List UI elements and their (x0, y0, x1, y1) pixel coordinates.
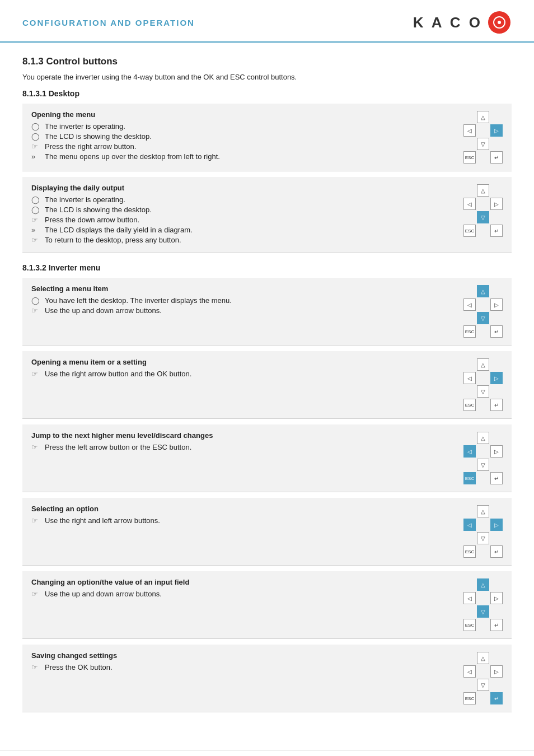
logo-kaco: K A C O (413, 14, 483, 31)
ctrl-btn-up[interactable]: △ (477, 652, 489, 664)
ctrl-btn-right[interactable]: ▷ (490, 592, 503, 604)
kaco-logo-icon (487, 10, 512, 35)
ctrl-btn-up[interactable]: △ (477, 111, 489, 123)
subsection-8132-number: 8.1.3.2 (22, 263, 46, 272)
info-block-changing-option: Changing an option/the value of an input… (22, 571, 512, 639)
power-icon: ◯ (31, 122, 44, 130)
info-block-daily-output-content: Displaying the daily output ◯The inverte… (31, 184, 463, 246)
ctrl-btn-ok[interactable]: ↵ (490, 325, 503, 338)
ctrl-btn-ok[interactable]: ↵ (490, 545, 503, 558)
ctrl-btn-esc[interactable]: ESC (463, 225, 476, 237)
ctrl-spacer (490, 111, 503, 123)
ctrl-btn-left[interactable]: ◁ (463, 665, 476, 678)
info-block-selecting-menu-content: Selecting a menu item ◯You have left the… (31, 284, 463, 316)
ctrl-btn-down[interactable]: ▽ (477, 211, 489, 223)
ctrl-btn-down[interactable]: ▽ (477, 312, 489, 324)
list-item: ◯You have left the desktop. The inverter… (31, 296, 452, 305)
ctrl-btn-up[interactable]: △ (477, 285, 489, 297)
info-block-saving-settings: Saving changed settings ☞Press the OK bu… (22, 645, 512, 712)
ctrl-btn-down[interactable]: ▽ (477, 138, 489, 150)
section-813-desc: You operate the inverter using the 4-way… (22, 73, 512, 81)
info-block-jump-higher: Jump to the next higher menu level/disca… (22, 424, 512, 492)
action-icon: ☞ (31, 142, 44, 151)
info-block-opening-setting-list: ☞Use the right arrow button and the OK b… (31, 370, 452, 378)
ctrl-spacer (463, 111, 476, 123)
ctrl-btn-down[interactable]: ▽ (477, 679, 489, 691)
ctrl-btn-esc[interactable]: ESC (463, 399, 476, 411)
ctrl-spacer (490, 211, 503, 223)
ctrl-btn-ok[interactable]: ↵ (490, 619, 503, 631)
ctrl-pad-changing-option: △ ◁▷ ▽ ESC↵ (463, 578, 503, 632)
ctrl-pad-opening-menu: △ ◁ ▷ ▽ ESC ↵ (463, 110, 503, 164)
ctrl-btn-down[interactable]: ▽ (477, 385, 489, 398)
action-icon: ☞ (31, 216, 44, 224)
ctrl-btn-right[interactable]: ▷ (490, 124, 503, 137)
info-block-jump-higher-title: Jump to the next higher menu level/disca… (31, 431, 452, 440)
info-block-selecting-option-content: Selecting an option ☞Use the right and l… (31, 505, 463, 526)
power-icon: ◯ (31, 296, 44, 305)
ctrl-row-lr: ◁ ▷ (463, 124, 503, 137)
ctrl-btn-right[interactable]: ▷ (490, 519, 503, 531)
ctrl-pad-jump-higher: △ ◁▷ ▽ ESC↵ (463, 431, 503, 485)
ctrl-btn-esc[interactable]: ESC (463, 619, 476, 631)
ctrl-btn-down[interactable]: ▽ (477, 605, 489, 618)
ctrl-btn-right[interactable]: ▷ (490, 445, 503, 458)
list-item: ☞Use the up and down arrow buttons. (31, 590, 452, 598)
ctrl-pad-daily-output: △ ◁ ▷ ▽ ESC ↵ (463, 184, 503, 237)
ctrl-btn-left[interactable]: ◁ (463, 519, 476, 531)
result-icon: » (31, 226, 44, 234)
ctrl-btn-left[interactable]: ◁ (463, 372, 476, 384)
ctrl-spacer (477, 124, 489, 137)
ctrl-btn-ok[interactable]: ↵ (490, 692, 503, 704)
ctrl-btn-ok[interactable]: ↵ (490, 151, 503, 164)
ctrl-btn-down[interactable]: ▽ (477, 532, 489, 544)
subsection-8131-label: Desktop (49, 89, 79, 98)
info-block-selecting-menu-list: ◯You have left the desktop. The inverter… (31, 296, 452, 315)
ctrl-row-up: △ (463, 110, 503, 124)
info-block-saving-settings-list: ☞Press the OK button. (31, 663, 452, 671)
ctrl-btn-left[interactable]: ◁ (463, 592, 476, 604)
ctrl-btn-up[interactable]: △ (477, 432, 489, 444)
main-content: 8.1.3 Control buttons You operate the in… (0, 43, 534, 756)
ctrl-row-esc-ok: ESC ↵ (463, 224, 503, 237)
info-block-changing-option-list: ☞Use the up and down arrow buttons. (31, 590, 452, 598)
ctrl-btn-ok[interactable]: ↵ (490, 225, 503, 237)
info-block-opening-menu-list: ◯The inverter is operating. ◯The LCD is … (31, 122, 452, 161)
ctrl-btn-right[interactable]: ▷ (490, 372, 503, 384)
ctrl-btn-left[interactable]: ◁ (463, 298, 476, 311)
ctrl-btn-down[interactable]: ▽ (477, 459, 489, 471)
ctrl-spacer (463, 211, 476, 223)
ctrl-btn-up[interactable]: △ (477, 505, 489, 517)
ctrl-btn-esc[interactable]: ESC (463, 472, 476, 484)
ctrl-btn-ok[interactable]: ↵ (490, 472, 503, 484)
action-icon: ☞ (31, 590, 44, 598)
subsection-8132-title: 8.1.3.2 Inverter menu (22, 263, 512, 272)
result-icon: » (31, 152, 44, 161)
ctrl-btn-esc[interactable]: ESC (463, 325, 476, 338)
ctrl-pad-opening-setting: △ ◁▷ ▽ ESC↵ (463, 358, 503, 412)
ctrl-btn-left[interactable]: ◁ (463, 445, 476, 458)
ctrl-btn-esc[interactable]: ESC (463, 692, 476, 704)
ctrl-btn-left[interactable]: ◁ (463, 198, 476, 210)
ctrl-btn-up[interactable]: △ (477, 184, 489, 197)
ctrl-btn-right[interactable]: ▷ (490, 198, 503, 210)
list-item: ☞To return to the desktop, press any but… (31, 236, 452, 244)
info-block-jump-higher-list: ☞Press the left arrow button or the ESC … (31, 443, 452, 451)
info-block-saving-settings-content: Saving changed settings ☞Press the OK bu… (31, 651, 463, 673)
svg-point-2 (498, 21, 501, 24)
info-block-daily-output: Displaying the daily output ◯The inverte… (22, 177, 512, 253)
ctrl-btn-left[interactable]: ◁ (463, 124, 476, 137)
ctrl-btn-up[interactable]: △ (477, 578, 489, 591)
ctrl-btn-right[interactable]: ▷ (490, 665, 503, 678)
ctrl-btn-ok[interactable]: ↵ (490, 399, 503, 411)
ctrl-btn-up[interactable]: △ (477, 358, 489, 371)
ctrl-btn-esc[interactable]: ESC (463, 151, 476, 164)
list-item: ◯The LCD is showing the desktop. (31, 206, 452, 214)
list-item: ◯The inverter is operating. (31, 122, 452, 130)
ctrl-row-esc-ok: ESC ↵ (463, 151, 503, 164)
list-item: ☞Press the down arrow button. (31, 216, 452, 224)
page-footer: Page 30 Operating Instructions Powador 1… (0, 750, 534, 756)
ctrl-btn-esc[interactable]: ESC (463, 545, 476, 558)
ctrl-btn-right[interactable]: ▷ (490, 298, 503, 311)
list-item: ☞Press the left arrow button or the ESC … (31, 443, 452, 451)
